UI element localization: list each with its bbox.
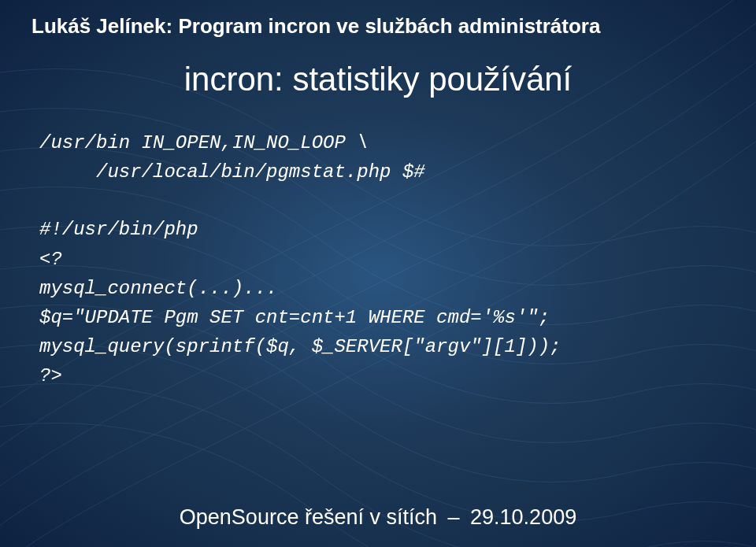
slide-header: Lukáš Jelínek: Program incron ve službác…	[32, 14, 724, 39]
code-line: mysql_connect(...)...	[39, 274, 724, 303]
slide-title: incron: statistiky používání	[32, 61, 724, 98]
code-line: /usr/bin IN_OPEN,IN_NO_LOOP \	[39, 128, 724, 157]
code-line: ?>	[39, 361, 724, 390]
code-block: /usr/bin IN_OPEN,IN_NO_LOOP \ /usr/local…	[32, 128, 724, 391]
footer-dash: –	[443, 505, 465, 529]
code-line: <?	[39, 245, 724, 274]
code-line: #!/usr/bin/php	[39, 215, 724, 244]
code-line: mysql_query(sprintf($q, $_SERVER["argv"]…	[39, 332, 724, 361]
code-line: $q="UPDATE Pgm SET cnt=cnt+1 WHERE cmd='…	[39, 303, 724, 332]
code-line: /usr/local/bin/pgmstat.php $#	[39, 157, 724, 187]
slide-footer: OpenSource řešení v sítích – 29.10.2009	[0, 505, 756, 530]
footer-event: OpenSource řešení v sítích	[180, 505, 437, 529]
footer-date: 29.10.2009	[470, 505, 576, 529]
